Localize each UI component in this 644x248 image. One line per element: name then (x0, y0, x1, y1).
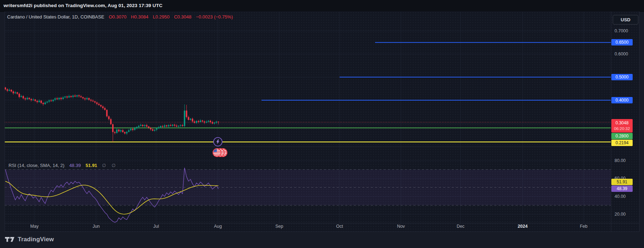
time-axis-label: Oct (336, 224, 343, 229)
ohlc-change: −0.0023 (−0.75%) (196, 14, 233, 20)
price-scale-label: 0.7000 (615, 28, 628, 33)
time-axis-label: Aug (214, 224, 222, 229)
price-badge: 0.4000 (611, 97, 633, 103)
ohlc-high: H0.3084 (131, 14, 148, 20)
price-scale-label: 0.6000 (615, 52, 628, 56)
price-and-rsi-chart[interactable] (0, 0, 644, 248)
price-badge: 0.2800 (611, 133, 633, 139)
price-scale-label: 80.00 (615, 158, 626, 163)
time-axis-label: 2024 (518, 224, 528, 229)
price-badge: 51.91 (611, 179, 633, 185)
price-badge: 0.2194 (611, 140, 633, 146)
candles-group (5, 87, 219, 142)
rsi-title: RSI (14, close, SMA, 14, 2) (9, 163, 65, 168)
countdown-timer: 06:20:32 (614, 126, 630, 131)
us-flag-icon (213, 148, 221, 157)
rsi-value: 48.39 (69, 163, 81, 168)
symbol-title: Cardano / United States Dollar, 1D, COIN… (7, 14, 104, 20)
price-badge: 0.6500 (611, 39, 633, 45)
price-scale-label: 20.00 (615, 212, 626, 217)
ohlc-low: L0.2950 (153, 14, 170, 20)
time-axis-label: Sep (275, 224, 283, 229)
rsi-indicator-legend[interactable]: RSI (14, close, SMA, 14, 2) 48.39 51.91 … (9, 163, 118, 168)
ohlc-close: C0.3048 (174, 14, 191, 20)
rsi-ma-value: 51.91 (86, 163, 97, 168)
currency-toggle-button[interactable]: USD (613, 15, 638, 25)
lightning-event-icon[interactable] (213, 137, 222, 146)
price-badge: 48.39 (611, 185, 633, 192)
time-axis-label: May (30, 224, 39, 229)
time-axis-label: Nov (397, 224, 405, 229)
symbol-legend[interactable]: Cardano / United States Dollar, 1D, COIN… (7, 14, 233, 20)
time-axis-label: Jun (93, 224, 100, 229)
tradingview-brand-text[interactable]: TradingView (18, 236, 54, 243)
time-axis-label: Dec (457, 224, 464, 229)
ohlc-open: O0.3070 (109, 14, 126, 20)
price-badge: 0.5000 (611, 74, 633, 80)
lightning-bolt-glyph (216, 139, 220, 145)
tradingview-snapshot: writersmfd2i published on TradingView.co… (0, 0, 644, 248)
rsi-empty-values: ∅ ∅ (102, 163, 117, 168)
price-scale-label: 40.00 (615, 194, 626, 199)
us-flag-event-icons[interactable] (213, 148, 230, 157)
price-badge: 0.304806:20:32 (611, 119, 633, 133)
footer: TradingView (5, 236, 54, 243)
time-axis-label: Jul (153, 224, 159, 229)
tradingview-logo-icon[interactable] (5, 237, 15, 242)
time-axis-label: Feb (580, 224, 588, 229)
